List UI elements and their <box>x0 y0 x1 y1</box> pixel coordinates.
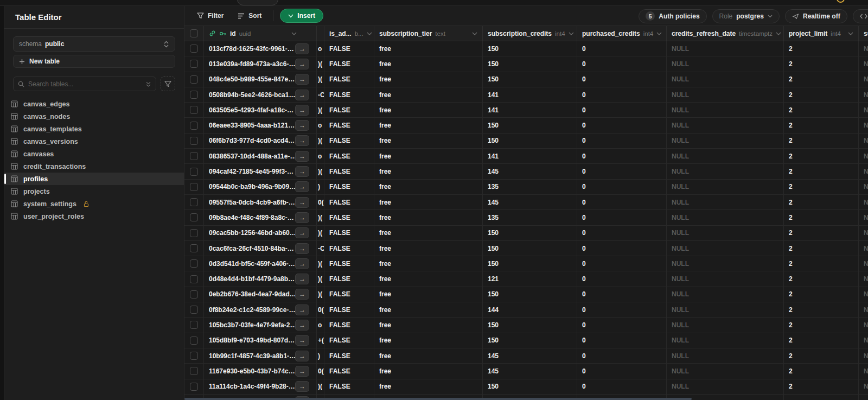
cell-subscription_tier[interactable]: free <box>374 103 483 117</box>
cell-subscription_tier[interactable]: free <box>374 271 483 286</box>
sidebar-item-system_settings[interactable]: system_settings <box>4 198 184 210</box>
chevron-down-icon[interactable] <box>367 32 372 35</box>
cell-purchased_credits[interactable]: 0 <box>577 164 667 179</box>
cell-is_admin[interactable]: FALSE <box>324 302 374 317</box>
cell-last[interactable]: NU <box>859 195 868 209</box>
cell-credits_refresh_date[interactable]: NULL <box>667 256 784 271</box>
cell-subscription_credits[interactable]: 144 <box>483 302 577 317</box>
cell-subscription_tier[interactable]: free <box>374 364 483 378</box>
cell-subscription_tier[interactable]: free <box>374 333 483 348</box>
row-checkbox[interactable] <box>190 367 198 375</box>
chevron-down-icon[interactable] <box>776 32 781 35</box>
cell-last[interactable] <box>859 395 868 400</box>
cell-purchased_credits[interactable]: 0 <box>577 72 667 87</box>
cell-last[interactable]: NU <box>859 164 868 179</box>
chevron-down-icon[interactable] <box>569 32 574 35</box>
column-header-is_ad...[interactable]: is_ad...b... <box>324 26 374 41</box>
expand-row-button[interactable]: → <box>295 59 309 69</box>
filter-tables-button[interactable] <box>161 77 175 91</box>
cell-subscription_credits[interactable]: 150 <box>483 56 577 71</box>
expand-row-button[interactable]: → <box>295 381 309 392</box>
cell-id[interactable]: 09b8ae4e-f48c-4f89-8a8c-1629b...→ <box>204 210 317 225</box>
cell-frag[interactable]: )( <box>317 103 324 117</box>
cell-id[interactable]: 0d3d541d-bf5c-459f-a406-16b93...→ <box>204 256 317 271</box>
cell-id[interactable]: 1167e930-e5b0-43b7-b74c-788c9...→ <box>204 364 317 378</box>
cell-is_admin[interactable]: FALSE <box>324 333 374 348</box>
auth-policies-button[interactable]: 5 Auth policies <box>639 9 706 23</box>
cell-project_limit[interactable]: 2 <box>784 149 859 163</box>
row-checkbox[interactable] <box>190 75 198 84</box>
cell-purchased_credits[interactable]: 0 <box>577 149 667 163</box>
cell-is_admin[interactable]: FALSE <box>324 41 374 56</box>
column-header-credits_refresh_date[interactable]: credits_refresh_datetimestamptz <box>667 26 784 41</box>
cell-last[interactable]: NU <box>859 210 868 225</box>
cell-subscription_credits[interactable]: 145 <box>483 164 577 179</box>
cell-frag[interactable]: ) <box>317 180 324 194</box>
sort-button[interactable]: Sort <box>233 9 266 22</box>
cell-project_limit[interactable]: 2 <box>784 180 859 194</box>
expand-row-button[interactable]: → <box>295 227 309 238</box>
expand-row-button[interactable]: → <box>295 366 309 377</box>
cell-purchased_credits[interactable]: 0 <box>577 41 667 56</box>
cell-purchased_credits[interactable]: 0 <box>577 379 667 394</box>
horizontal-scrollbar[interactable] <box>184 398 692 400</box>
cell-is_admin[interactable]: FALSE <box>324 241 374 256</box>
cell-frag[interactable]: 0( <box>317 302 324 317</box>
cell-id[interactable]: 0d48e4d4-b1bf-4479-9a8b-4a4b...→ <box>204 271 317 286</box>
expand-row-button[interactable]: → <box>295 243 309 254</box>
cell-purchased_credits[interactable]: 0 <box>577 256 667 271</box>
cell-last[interactable]: NU <box>859 72 868 87</box>
cell-subscription_credits[interactable]: 141 <box>483 103 577 117</box>
cell-subscription_credits[interactable]: 150 <box>483 134 577 148</box>
cell-subscription_tier[interactable]: free <box>374 302 483 317</box>
cell-purchased_credits[interactable]: 0 <box>577 333 667 348</box>
cell-subscription_tier[interactable]: free <box>374 241 483 256</box>
cell-project_limit[interactable]: 2 <box>784 226 859 240</box>
cell-is_admin[interactable]: FALSE <box>324 72 374 87</box>
cell-project_limit[interactable]: 2 <box>784 164 859 179</box>
search-tables-box[interactable] <box>13 77 156 91</box>
cell-frag[interactable]: )( <box>317 287 324 302</box>
cell-subscription_tier[interactable]: free <box>374 195 483 209</box>
cell-subscription_tier[interactable]: free <box>374 318 483 332</box>
cell-purchased_credits[interactable]: 0 <box>577 195 667 209</box>
chevron-down-icon[interactable] <box>848 32 853 35</box>
cell-subscription_credits[interactable]: 150 <box>483 287 577 302</box>
cell-last[interactable]: NU <box>859 287 868 302</box>
cell-is_admin[interactable]: FALSE <box>324 149 374 163</box>
row-checkbox[interactable] <box>190 352 198 360</box>
cell-credits_refresh_date[interactable]: NULL <box>667 210 784 225</box>
row-checkbox[interactable] <box>190 45 198 53</box>
cell-last[interactable]: NU <box>859 302 868 317</box>
cell-credits_refresh_date[interactable]: NULL <box>667 149 784 163</box>
cell-purchased_credits[interactable]: 0 <box>577 241 667 256</box>
cell-subscription_credits[interactable]: 121 <box>483 271 577 286</box>
sidebar-item-canvas_edges[interactable]: canvas_edges <box>4 98 184 110</box>
cell-is_admin[interactable]: FALSE <box>324 379 374 394</box>
cell-frag[interactable]: )( <box>317 164 324 179</box>
cell-frag[interactable]: 0( <box>317 195 324 209</box>
row-checkbox[interactable] <box>190 275 198 283</box>
cell-id[interactable]: 06eaee33-8905-4aaa-b121-ab552...→ <box>204 118 317 132</box>
row-checkbox[interactable] <box>190 213 198 221</box>
row-checkbox[interactable] <box>190 290 198 299</box>
row-checkbox[interactable] <box>190 183 198 191</box>
cell-purchased_credits[interactable]: 0 <box>577 56 667 71</box>
cell-last[interactable]: NU <box>859 56 868 71</box>
cell-subscription_tier[interactable]: free <box>374 149 483 163</box>
cell-credits_refresh_date[interactable]: NULL <box>667 195 784 209</box>
cell-is_admin[interactable]: FALSE <box>324 103 374 117</box>
cell-last[interactable]: NU <box>859 333 868 348</box>
row-checkbox[interactable] <box>190 168 198 176</box>
cell-is_admin[interactable]: FALSE <box>324 195 374 209</box>
cell-project_limit[interactable]: 2 <box>784 333 859 348</box>
cell-subscription_tier[interactable]: free <box>374 164 483 179</box>
cell-subscription_credits[interactable]: 150 <box>483 241 577 256</box>
cell-subscription_credits[interactable]: 150 <box>483 41 577 56</box>
chevron-down-icon[interactable] <box>291 32 297 35</box>
realtime-toggle-button[interactable]: Realtime off <box>785 9 847 23</box>
cell-last[interactable]: NU <box>859 256 868 271</box>
cell-project_limit[interactable]: 2 <box>784 210 859 225</box>
double-chevron-icon[interactable] <box>145 81 151 87</box>
cell-project_limit[interactable]: 2 <box>784 134 859 148</box>
